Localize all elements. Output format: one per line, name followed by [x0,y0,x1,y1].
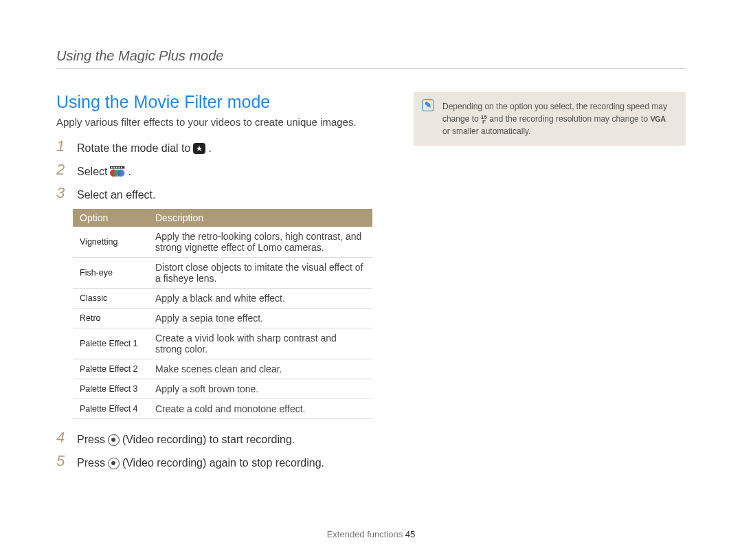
option-name: Palette Effect 2 [73,359,148,379]
option-name: Retro [73,309,148,328]
page-footer: Extended functions 45 [0,529,742,539]
step-text: Rotate the mode dial to . [77,137,212,157]
option-desc: Create a cold and monotone effect. [148,399,372,419]
table-row: Retro Apply a sepia tone effect. [73,309,372,328]
step-text-pre: Press [77,455,105,471]
note-text-3: or smaller automatically. [442,126,530,136]
step-number: 1 [56,137,67,155]
option-desc: Apply a black and white effect. [148,289,372,309]
table-row: Classic Apply a black and white effect. [73,289,372,309]
movie-filter-icon [110,166,125,177]
step-number: 3 [56,184,67,202]
option-desc: Create a vivid look with sharp contrast … [148,328,372,359]
option-desc: Apply a sepia tone effect. [148,309,372,328]
option-name: Palette Effect 4 [73,399,148,419]
option-name: Fish-eye [73,258,148,289]
steps-list: 1 Rotate the mode dial to . 2 Select [56,137,372,203]
step-3: 3 Select an effect. [56,184,372,203]
step-4: 4 Press (Video recording) to start recor… [56,429,372,448]
option-name: Vignetting [73,227,148,258]
step-text-pre: Rotate the mode dial to [77,140,190,157]
table-row: Fish-eye Distort close objects to imitat… [73,258,372,289]
step-text: Press (Video recording) again to stop re… [77,452,324,471]
section-title: Using the Movie Filter mode [56,92,372,112]
right-column: ✎ Depending on the option you select, th… [414,92,686,475]
table-header-option: Option [73,209,148,227]
vga-label: VGA [650,115,665,123]
option-desc: Apply the retro-looking colors, high con… [148,227,372,258]
option-desc: Distort close objects to imitate the vis… [148,258,372,289]
table-row: Palette Effect 3 Apply a soft brown tone… [73,379,372,399]
option-name: Classic [73,289,148,309]
section-intro: Apply various filter effects to your vid… [56,116,372,128]
table-row: Vignetting Apply the retro-looking color… [73,227,372,258]
step-1: 1 Rotate the mode dial to . [56,137,372,157]
steps-list-continued: 4 Press (Video recording) to start recor… [56,429,372,471]
step-number: 4 [56,429,67,447]
content-columns: Using the Movie Filter mode Apply variou… [56,92,686,475]
note-icon: ✎ [422,99,434,111]
option-desc: Make scenes clean and clear. [148,359,372,379]
svg-rect-5 [121,167,122,168]
svg-rect-4 [119,167,120,168]
record-button-icon [108,458,120,469]
step-number: 5 [56,452,67,470]
step-2: 2 Select [56,161,372,180]
step-text: Press (Video recording) to start recordi… [77,429,295,448]
step-text: Select an effect. [77,184,155,203]
option-desc: Apply a soft brown tone. [148,379,372,399]
svg-rect-1 [111,167,113,168]
footer-label: Extended functions [327,529,405,539]
note-text-2: and the recording resolution may change … [489,114,650,124]
option-name: Palette Effect 1 [73,328,148,359]
effects-table: Option Description Vignetting Apply the … [73,209,372,419]
page-header: Using the Magic Plus mode [56,48,686,69]
mode-dial-icon [193,143,205,154]
page-number: 45 [405,529,415,539]
step-5: 5 Press (Video recording) again to stop … [56,452,372,471]
step-text-pre: Press [77,432,105,448]
step-text: Select [77,161,131,180]
svg-rect-3 [116,167,117,168]
note-box: ✎ Depending on the option you select, th… [414,92,686,146]
table-row: Palette Effect 2 Make scenes clean and c… [73,359,372,379]
svg-rect-2 [114,167,115,168]
option-name: Palette Effect 3 [73,379,148,399]
fps-icon: 15F [481,115,487,124]
step-text-post: . [128,164,131,180]
table-header-description: Description [148,209,372,227]
step-text-post: . [208,140,211,157]
svg-point-8 [117,169,125,177]
table-row: Palette Effect 4 Create a cold and monot… [73,399,372,419]
left-column: Using the Movie Filter mode Apply variou… [56,92,372,475]
record-button-icon [108,434,120,446]
step-text-pre: Select [77,164,107,180]
table-row: Palette Effect 1 Create a vivid look wit… [73,328,372,359]
step-number: 2 [56,161,67,179]
step-text-mid: (Video recording) to start recording. [122,432,295,448]
step-text-mid: (Video recording) again to stop recordin… [122,455,324,471]
